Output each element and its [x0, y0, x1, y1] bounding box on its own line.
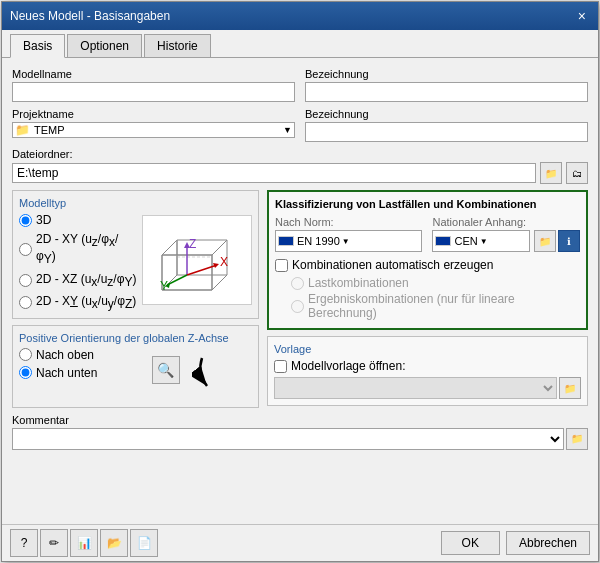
nach-norm-label: Nach Norm:: [275, 216, 423, 228]
kombinationen-row: Kombinationen automatisch erzeugen: [275, 258, 580, 272]
row-projektname: Projektname 📁 TEMP ▼ Bezeichnung: [12, 108, 588, 142]
toolbar-btn-3[interactable]: 📊: [70, 529, 98, 557]
dateiordner-section: Dateiordner: E:\temp 📁 🗂: [12, 148, 588, 184]
radio-2dxz[interactable]: 2D - XZ (ux/uz/φY): [19, 272, 138, 289]
row-modellname: Modellname Bezeichnung: [12, 68, 588, 102]
kommentar-section: Kommentar 📁: [12, 414, 588, 450]
ok-button[interactable]: OK: [441, 531, 500, 555]
modelltyp-content: 3D 2D - XY (uz/φx/φY) 2D - XZ (ux/uz/φY)…: [19, 213, 252, 312]
kombinationen-checkbox[interactable]: [275, 259, 288, 272]
dropdown-arrow-icon: ▼: [283, 125, 292, 135]
dateiordner-folder-btn[interactable]: 📁: [540, 162, 562, 184]
vorlage-box: Vorlage Modellvorlage öffnen: 📁: [267, 336, 588, 406]
anhang-folder-btn[interactable]: 📁: [534, 230, 556, 252]
kombinationen-label: Kombinationen automatisch erzeugen: [292, 258, 493, 272]
vorlage-folder-btn[interactable]: 📁: [559, 377, 581, 399]
klassif-title: Klassifizierung von Lastfällen und Kombi…: [275, 198, 580, 210]
ergebniskombinationen-label: Ergebniskombinationen (nur für lineare B…: [308, 292, 580, 320]
norm-dropdown-arrow-icon: ▼: [342, 237, 350, 246]
toolbar-btn-2[interactable]: ✏: [40, 529, 68, 557]
toolbar-btn-4[interactable]: 📂: [100, 529, 128, 557]
model-illustration: Z X Y: [142, 215, 252, 305]
kommentar-folder-btn[interactable]: 📁: [566, 428, 588, 450]
toolbar-left: ? ✏ 📊 📂 📄: [10, 529, 158, 557]
radio-3d[interactable]: 3D: [19, 213, 138, 227]
nach-norm-select[interactable]: EN 1990 ▼: [275, 230, 423, 252]
anhang-dropdown-arrow-icon: ▼: [480, 237, 488, 246]
eu-flag2-icon: [435, 236, 451, 246]
field-projektname: Projektname 📁 TEMP ▼: [12, 108, 295, 138]
bottom-section: Modelltyp 3D 2D - XY (uz/φx/φY) 2D - XZ …: [12, 190, 588, 408]
dateiordner-value: E:\temp: [17, 166, 58, 180]
eu-flag-icon: [278, 236, 294, 246]
kommentar-label: Kommentar: [12, 414, 588, 426]
bottom-right: Klassifizierung von Lastfällen und Kombi…: [267, 190, 588, 408]
toolbar-btn-5[interactable]: 📄: [130, 529, 158, 557]
orientierung-title: Positive Orientierung der globalen Z-Ach…: [19, 332, 252, 344]
input-bezeichnung2[interactable]: [305, 122, 588, 142]
tab-basis[interactable]: Basis: [10, 34, 65, 58]
nach-norm-value: EN 1990: [297, 235, 340, 247]
vorlage-select: [274, 377, 557, 399]
footer-right: OK Abbrechen: [441, 531, 590, 555]
input-bezeichnung1[interactable]: [305, 82, 588, 102]
label-modellname: Modellname: [12, 68, 295, 80]
dateiordner-path: E:\temp: [12, 163, 536, 183]
nationaler-anhang-select-row: CEN ▼ 📁 ℹ: [432, 230, 580, 252]
lastkombinationen-label: Lastkombinationen: [308, 276, 409, 290]
folder-icon: 📁: [15, 123, 30, 137]
label-bezeichnung1: Bezeichnung: [305, 68, 588, 80]
cancel-button[interactable]: Abbrechen: [506, 531, 590, 555]
field-modellname: Modellname: [12, 68, 295, 102]
norm-row: Nach Norm: EN 1990 ▼ Nationaler Anhang:: [275, 216, 580, 252]
nationaler-anhang-group: Nationaler Anhang: CEN ▼ 📁 ℹ: [432, 216, 580, 252]
tab-bar: Basis Optionen Historie: [2, 30, 598, 58]
projektname-select[interactable]: 📁 TEMP ▼: [12, 122, 295, 138]
label-projektname: Projektname: [12, 108, 295, 120]
close-button[interactable]: ×: [574, 8, 590, 24]
nach-norm-select-row: EN 1990 ▼: [275, 230, 423, 252]
vorlage-title: Vorlage: [274, 343, 581, 355]
orientierung-icon-btn[interactable]: 🔍: [152, 356, 180, 384]
radio-2dxy2[interactable]: 2D - XY (ux/uy/φZ): [19, 294, 138, 311]
arrow-diagram: [192, 348, 252, 401]
dateiordner-action-btn[interactable]: 🗂: [566, 162, 588, 184]
klassif-box: Klassifizierung von Lastfällen und Kombi…: [267, 190, 588, 330]
dialog: Neues Modell - Basisangaben × Basis Opti…: [1, 1, 599, 562]
model-svg: Z X Y: [152, 220, 242, 300]
lastkombinationen-radio: [291, 277, 304, 290]
input-modellname[interactable]: [12, 82, 295, 102]
radio-2dxy[interactable]: 2D - XY (uz/φx/φY): [19, 232, 138, 267]
anhang-info-btn[interactable]: ℹ: [558, 230, 580, 252]
tab-optionen[interactable]: Optionen: [67, 34, 142, 57]
radio-nach-unten[interactable]: Nach unten: [19, 366, 140, 380]
svg-text:Y: Y: [160, 279, 168, 293]
projektname-value: TEMP: [34, 124, 283, 136]
toolbar-btn-1[interactable]: ?: [10, 529, 38, 557]
svg-line-20: [167, 275, 187, 285]
svg-line-5: [212, 240, 227, 255]
field-bezeichnung2: Bezeichnung: [305, 108, 588, 142]
kommentar-select[interactable]: [12, 428, 564, 450]
title-bar: Neues Modell - Basisangaben ×: [2, 2, 598, 30]
radio-nach-oben[interactable]: Nach oben: [19, 348, 140, 362]
label-dateiordner: Dateiordner:: [12, 148, 588, 160]
main-content: Modellname Bezeichnung Projektname 📁 TEM…: [2, 58, 598, 524]
arrow-area: 🔍: [146, 348, 186, 392]
label-bezeichnung2: Bezeichnung: [305, 108, 588, 120]
orientierung-box: Positive Orientierung der globalen Z-Ach…: [12, 325, 259, 408]
modelltyp-radios: 3D 2D - XY (uz/φx/φY) 2D - XZ (ux/uz/φY)…: [19, 213, 138, 312]
vorlage-checkbox[interactable]: [274, 360, 287, 373]
svg-line-6: [212, 275, 227, 290]
nationaler-anhang-select[interactable]: CEN ▼: [432, 230, 530, 252]
nationaler-anhang-label: Nationaler Anhang:: [432, 216, 580, 228]
svg-text:Z: Z: [189, 237, 196, 251]
ergebniskombinationen-row: Ergebniskombinationen (nur für lineare B…: [275, 292, 580, 320]
title-bar-text: Neues Modell - Basisangaben: [10, 9, 170, 23]
kommentar-row: 📁: [12, 428, 588, 450]
ergebniskombinationen-radio: [291, 300, 304, 313]
tab-historie[interactable]: Historie: [144, 34, 211, 57]
field-bezeichnung1: Bezeichnung: [305, 68, 588, 102]
nach-norm-group: Nach Norm: EN 1990 ▼: [275, 216, 423, 252]
arrow-svg: [192, 348, 252, 398]
